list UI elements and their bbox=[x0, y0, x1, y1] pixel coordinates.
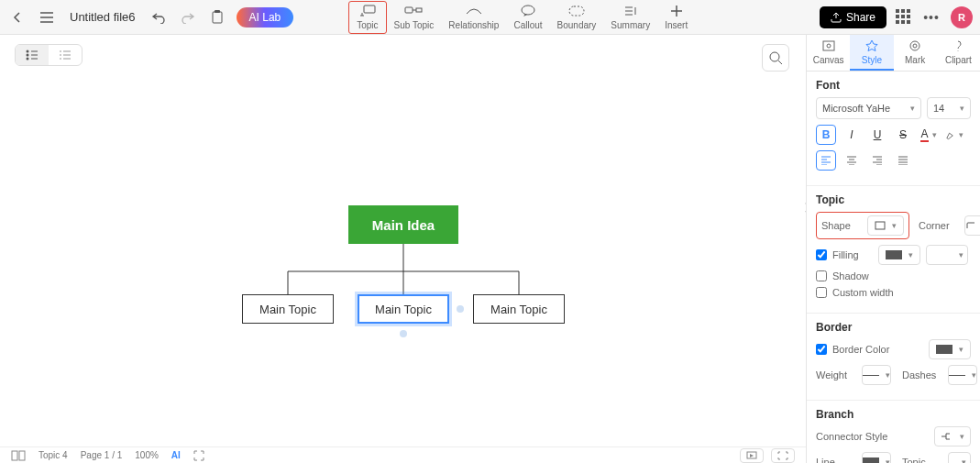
status-topic: Topic 4 bbox=[39, 450, 68, 460]
svg-point-13 bbox=[910, 41, 919, 50]
filling-secondary-select[interactable]: ▾ bbox=[926, 245, 968, 265]
shape-control-highlighted: Shape ▾ bbox=[816, 212, 909, 239]
corner-label: Corner bbox=[919, 220, 959, 231]
panel-tabs: Canvas Style Mark Clipart bbox=[807, 35, 980, 72]
chevron-down-icon: ▾ bbox=[910, 104, 915, 113]
branch-topic-select[interactable]: ▾ bbox=[948, 452, 971, 463]
svg-rect-4 bbox=[416, 8, 422, 12]
line-label: Line bbox=[816, 457, 856, 463]
share-button[interactable]: Share bbox=[820, 6, 886, 28]
subtopic-tool[interactable]: Sub Topic bbox=[387, 1, 442, 34]
present-button[interactable] bbox=[740, 448, 764, 463]
topic-node-3[interactable]: Main Topic bbox=[473, 294, 565, 324]
menu-button[interactable] bbox=[37, 7, 57, 28]
dashes-label: Dashes bbox=[902, 369, 942, 380]
status-bar: Topic 4 Page 1 / 1 100% AI bbox=[0, 446, 806, 463]
file-name[interactable]: Untitled file6 bbox=[70, 10, 136, 24]
fit-button[interactable] bbox=[771, 448, 795, 463]
topic-tool[interactable]: Topic bbox=[348, 1, 386, 34]
font-family-select[interactable]: Microsoft YaHe▾ bbox=[816, 97, 921, 119]
fullscreen-button[interactable] bbox=[193, 450, 204, 461]
customwidth-label: Custom width bbox=[832, 287, 894, 298]
insert-tool[interactable]: Insert bbox=[657, 1, 695, 34]
font-heading: Font bbox=[816, 79, 971, 92]
boundary-icon bbox=[567, 5, 586, 19]
align-center-button[interactable] bbox=[842, 150, 862, 171]
toolbar-right: Share ••• R bbox=[820, 6, 973, 28]
summary-tool[interactable]: Summary bbox=[603, 1, 657, 34]
main-idea-node[interactable]: Main Idea bbox=[348, 205, 458, 244]
italic-button[interactable]: I bbox=[842, 125, 862, 145]
tab-mark[interactable]: Mark bbox=[894, 35, 937, 71]
connector-select[interactable]: ▾ bbox=[934, 426, 971, 446]
font-size-select[interactable]: 14▾ bbox=[927, 97, 971, 119]
status-zoom[interactable]: 100% bbox=[135, 450, 159, 460]
mindmap-canvas[interactable]: Main Idea Main Topic Main Topic Main Top… bbox=[0, 35, 806, 463]
underline-button[interactable]: U bbox=[867, 125, 887, 145]
topic-section: Topic Shape ▾ Corner ▾ Filling ▾ ▾ Shado… bbox=[807, 186, 980, 314]
canvas-area: Main Idea Main Topic Main Topic Main Top… bbox=[0, 35, 806, 463]
bold-button[interactable]: B bbox=[816, 125, 836, 145]
highlight-button[interactable]: ▾ bbox=[944, 125, 964, 145]
bordercolor-checkbox[interactable] bbox=[816, 344, 827, 355]
redo-button[interactable] bbox=[178, 7, 198, 28]
svg-rect-1 bbox=[215, 10, 220, 13]
more-button[interactable]: ••• bbox=[921, 7, 941, 28]
tab-style[interactable]: Style bbox=[850, 35, 893, 71]
shape-select[interactable]: ▾ bbox=[867, 215, 904, 236]
svg-rect-2 bbox=[364, 6, 375, 13]
apps-icon[interactable] bbox=[896, 9, 912, 26]
clipboard-icon[interactable] bbox=[207, 7, 227, 28]
text-color-button[interactable]: A▾ bbox=[919, 125, 939, 145]
connector-lines bbox=[0, 35, 806, 463]
status-ai[interactable]: AI bbox=[171, 450, 181, 460]
node-handle-bottom[interactable] bbox=[400, 330, 407, 337]
border-section: Border Border Color ▾ Weight ▾ Dashes ▾ bbox=[807, 314, 980, 401]
strike-button[interactable]: S bbox=[893, 125, 913, 145]
svg-point-5 bbox=[522, 6, 534, 15]
corner-select[interactable]: ▾ bbox=[964, 215, 980, 236]
weight-select[interactable]: ▾ bbox=[862, 365, 891, 385]
svg-rect-16 bbox=[12, 451, 17, 460]
branch-section: Branch Connector Style ▾ Line ▾ Topic ▾ bbox=[807, 401, 980, 463]
subtopic-icon bbox=[404, 5, 423, 19]
tab-canvas[interactable]: Canvas bbox=[807, 35, 850, 71]
back-button[interactable] bbox=[7, 7, 28, 28]
shadow-checkbox[interactable] bbox=[816, 270, 827, 281]
relationship-icon bbox=[465, 5, 483, 19]
dashes-select[interactable]: ▾ bbox=[948, 365, 977, 385]
status-pages-icon[interactable] bbox=[11, 450, 26, 461]
share-icon bbox=[831, 12, 842, 23]
align-right-button[interactable] bbox=[867, 150, 887, 171]
svg-point-14 bbox=[913, 44, 917, 48]
bordercolor-select[interactable]: ▾ bbox=[929, 339, 971, 359]
font-section: Font Microsoft YaHe▾ 14▾ B I U S A▾ ▾ bbox=[807, 72, 980, 186]
align-justify-button[interactable] bbox=[893, 150, 913, 171]
filling-color-select[interactable]: ▾ bbox=[878, 245, 920, 265]
node-handle-right[interactable] bbox=[457, 305, 464, 313]
align-left-button[interactable] bbox=[816, 150, 836, 171]
chevron-down-icon: ▾ bbox=[960, 104, 964, 113]
svg-rect-3 bbox=[405, 7, 413, 13]
topic-node-1[interactable]: Main Topic bbox=[242, 294, 334, 324]
svg-rect-0 bbox=[213, 12, 222, 23]
avatar[interactable]: R bbox=[951, 6, 973, 28]
tab-clipart[interactable]: Clipart bbox=[937, 35, 980, 71]
status-page: Page 1 / 1 bbox=[81, 450, 123, 460]
shape-label: Shape bbox=[821, 220, 862, 231]
customwidth-checkbox[interactable] bbox=[816, 287, 827, 298]
svg-rect-11 bbox=[823, 41, 834, 50]
toolbar-left: Untitled file6 AI Lab bbox=[7, 7, 293, 28]
clipart-icon bbox=[952, 39, 964, 54]
svg-rect-17 bbox=[19, 451, 25, 460]
callout-tool[interactable]: Callout bbox=[506, 1, 549, 34]
filling-checkbox[interactable] bbox=[816, 249, 827, 260]
topic-node-2-selected[interactable]: Main Topic bbox=[358, 294, 449, 324]
topic-heading: Topic bbox=[816, 193, 971, 206]
ai-lab-button[interactable]: AI Lab bbox=[237, 7, 294, 28]
undo-button[interactable] bbox=[149, 7, 169, 28]
line-color-select[interactable]: ▾ bbox=[862, 452, 891, 463]
svg-rect-6 bbox=[569, 6, 584, 16]
relationship-tool[interactable]: Relationship bbox=[441, 1, 506, 34]
boundary-tool[interactable]: Boundary bbox=[550, 1, 604, 34]
